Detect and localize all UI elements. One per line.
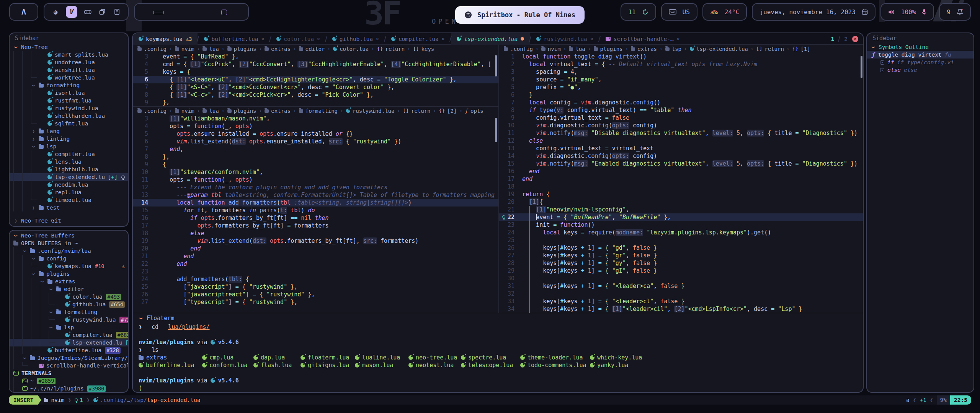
tabpage-current[interactable]: 1 [831, 36, 835, 42]
breadcrumb-segment[interactable]: nvim [175, 108, 194, 114]
tab-scrollbar-handle-…[interactable]: scrollbar-handle-…× [600, 33, 686, 45]
audio-widget[interactable]: 100% [880, 3, 934, 21]
code-line[interactable]: 8 }, [133, 153, 498, 161]
weather-widget[interactable]: 24°C [702, 3, 747, 21]
code-line[interactable]: 4 source = "if_many", [499, 76, 864, 83]
breadcrumb-segment[interactable]: extras [265, 46, 291, 52]
tree-item[interactable]: TERMINALS [10, 369, 128, 377]
chevron-down-icon[interactable]: ❯ [22, 356, 27, 361]
code-line[interactable]: 3 [1]"williamboman/mason.nvim", [133, 115, 498, 122]
tree-item[interactable]: ~/.c/n/l/plugins#3980 [10, 385, 128, 392]
breadcrumb-segment[interactable]: plugins [594, 46, 623, 52]
code-line[interactable]: 25 ["javascript"] = { "rustywind" }, [133, 283, 498, 291]
outline-item[interactable]: ƒtoggle_diag_virtextfu [867, 51, 973, 59]
tree-item[interactable]: lsp-extended.lu[+] [10, 339, 128, 346]
ls-entry[interactable]: cmp.lua [202, 354, 253, 361]
breadcrumb-segment[interactable]: .config [137, 108, 167, 114]
code-line[interactable]: 5 keys = { [133, 68, 498, 76]
close-all-button[interactable]: × [852, 36, 858, 42]
code-line[interactable]: 16 end [499, 167, 864, 175]
code-line[interactable]: 18 else [133, 229, 498, 237]
tree-item[interactable]: rustfmt.lua [10, 97, 128, 104]
breadcrumb-segment[interactable]: nvim [175, 46, 194, 52]
clock-widget[interactable]: jueves, noviembre 16, 2023 [752, 3, 875, 21]
tree-item[interactable]: keymaps.lua#10⚠ [10, 262, 128, 270]
tree-item[interactable]: rustywind.lua#726 [10, 316, 128, 324]
code-line[interactable]: 24 local keys = require(modname: "lazyvi… [499, 229, 864, 236]
code-line[interactable]: 19 vim.list_extend(dst: opts.formatters_… [133, 237, 498, 245]
code-line[interactable]: 7 local config = vim.diagnostic.config() [499, 99, 864, 106]
code-line[interactable]: 29 keys[#keys + 1] = { "gI", false } [499, 267, 864, 275]
ls-entry[interactable]: neotest.lua [408, 361, 461, 369]
tree-item[interactable]: ❯formatting [10, 81, 128, 89]
breadcrumb-segment[interactable]: .config [504, 46, 533, 52]
tree-item[interactable]: ❯plugins [10, 270, 128, 278]
workspace-windows-icon[interactable] [98, 9, 106, 15]
code-line[interactable]: 11 opts = function(_, opts) [133, 176, 498, 184]
tree-item[interactable]: ❯formatting [10, 308, 128, 316]
code-line[interactable]: 2 local virtual_text = { -- Default virt… [499, 60, 864, 68]
tree-item[interactable]: github.lua#654 [10, 301, 128, 308]
tree-item[interactable]: color.lua#493 [10, 293, 128, 301]
chevron-down-icon[interactable]: ❯ [31, 83, 36, 88]
breadcrumb-segment[interactable]: {}[1] [792, 46, 810, 52]
breadcrumb-segment[interactable]: {}[2] [439, 108, 457, 114]
code-line[interactable]: 27 ["typescript"] = { "rustywind" }, [133, 298, 498, 306]
code-line[interactable]: 33 keys[#keys + 1] = { "<leader>cl", fal… [499, 298, 864, 305]
outline-item[interactable]: elseelse [867, 66, 973, 74]
breadcrumb-segment[interactable]: rustywind.lua [346, 108, 395, 114]
tree-item[interactable]: timeout.lua [10, 196, 128, 204]
chevron-down-icon[interactable]: ❯ [49, 310, 54, 315]
code-line[interactable]: 30 [499, 275, 864, 282]
ls-entry[interactable]: spectre.lua [461, 354, 520, 361]
chevron-down-icon[interactable]: ❯ [40, 279, 45, 284]
tab-rustywind.lua[interactable]: rustywind.lua× [531, 33, 599, 45]
ls-entry[interactable]: dap.lua [253, 354, 301, 361]
code-line[interactable]: 22 event = { "BufReadPre", "BufNewFile" … [499, 213, 864, 221]
ls-entry[interactable]: extras [139, 354, 202, 361]
code-line[interactable]: 19return { [499, 190, 864, 198]
tree-item[interactable]: ❯editor [10, 285, 128, 293]
tree-item[interactable]: lightbulb.lua [10, 166, 128, 173]
tree-item[interactable]: ❯lsp [10, 324, 128, 331]
workspace-vim-active[interactable]: V [66, 6, 77, 18]
tree-item[interactable]: ❯extras [10, 278, 128, 285]
code-line[interactable]: 21 [1]"neovim/nvim-lspconfig", [499, 206, 864, 213]
chevron-down-icon[interactable]: ❯ [22, 249, 27, 254]
code-line[interactable]: 8 { [1]"<C-c>", [2]"<cmd>CccPick<cr>", d… [133, 91, 498, 99]
chevron-down-icon[interactable]: ❯ [31, 272, 36, 276]
tree-item[interactable]: bufferline.lua#328 [10, 346, 128, 354]
ls-entry[interactable]: which-key.lua [590, 354, 863, 361]
code-line[interactable]: 3 spacing = 4, [499, 68, 864, 76]
neotree-section-header[interactable]: ❯ Neo-Tree [10, 43, 128, 51]
tree-item[interactable]: shellharden.lua [10, 112, 128, 120]
code-line[interactable]: 21 end [133, 252, 498, 260]
neotree-git-section-header[interactable]: ❯ Neo-Tree Git [10, 217, 128, 224]
code-line[interactable]: 4 cmd = { [1]"CccPick", [2]"CccConvert",… [133, 60, 498, 68]
breadcrumb-segment[interactable]: extras [631, 46, 657, 52]
outline-item[interactable]: ifif type(config.vi [867, 59, 973, 66]
ls-entry[interactable]: telescope.lua [461, 361, 520, 369]
chevron-down-icon[interactable]: ❯ [49, 287, 54, 292]
breadcrumb-segment[interactable]: plugins [227, 108, 256, 114]
tree-item[interactable]: ❯.config/nvim/lua [10, 247, 128, 255]
tree-item[interactable]: ❯lsp [10, 143, 128, 150]
tab-keymaps.lua[interactable]: keymaps.lua⚠3 [133, 33, 198, 45]
breadcrumb-segment[interactable]: lsp-extended.lua [690, 46, 748, 52]
code-line[interactable]: 9 config.virtual_text = false [499, 114, 864, 122]
code-line[interactable]: 13 config.virtual_text = virtual_text [499, 145, 864, 152]
tree-item[interactable]: smart-splits.lua [10, 51, 128, 59]
code-line[interactable]: 7 end, [133, 145, 498, 153]
breadcrumb-segment[interactable]: formatting [299, 108, 338, 114]
chevron-down-icon[interactable]: ❯ [49, 325, 54, 330]
breadcrumb-segment[interactable]: extras [265, 108, 291, 114]
tree-item[interactable]: lens.lua [10, 158, 128, 166]
code-line[interactable]: 25 [499, 236, 864, 244]
ls-entry[interactable]: mason.lua [355, 361, 408, 369]
chevron-down-icon[interactable]: ❯ [31, 256, 36, 261]
tree-item[interactable]: rustywind.lua [10, 104, 128, 112]
tree-item[interactable]: sqlfmt.lua [10, 120, 128, 127]
code-line[interactable]: 7 { [1]"<S-C>", [2]"<cmd>CccConvert<cr>"… [133, 83, 498, 91]
code-line[interactable]: 26 keys[#keys + 1] = { "gd", false } [499, 244, 864, 252]
tree-item[interactable]: worktree.lua [10, 74, 128, 81]
